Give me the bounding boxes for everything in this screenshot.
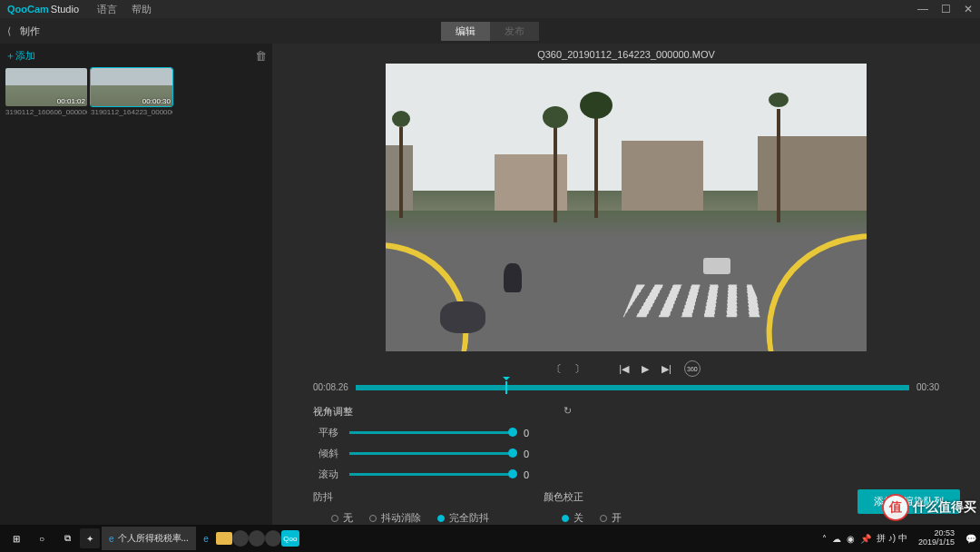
color-group: 颜色校正 关 开 bbox=[544, 490, 622, 525]
play-button[interactable]: ▶ bbox=[642, 363, 649, 375]
browser-tab[interactable]: e 个人所得税税率... bbox=[102, 527, 196, 550]
stab-full[interactable]: 完全防抖 bbox=[437, 511, 489, 525]
pan-slider[interactable] bbox=[349, 431, 513, 434]
trash-icon[interactable]: 🗑 bbox=[255, 49, 267, 63]
editor-panel: Q360_20190112_164223_000000.MOV 〔 〕 |◀ ▶… bbox=[272, 44, 980, 525]
thumbnail-label: 3190112_160606_000000.MOV bbox=[5, 108, 87, 116]
timeline-slider[interactable] bbox=[356, 385, 909, 390]
window-controls: — ☐ ✕ bbox=[917, 3, 973, 15]
watermark-text: 什么值得买 bbox=[913, 499, 976, 516]
color-off[interactable]: 关 bbox=[562, 511, 583, 525]
sidebar: ＋添加 🗑 00:01:02 3190112_160606_000000.MOV… bbox=[0, 44, 272, 525]
tray-chevron-icon[interactable]: ˄ bbox=[822, 534, 827, 544]
app-brand-sub: Studio bbox=[51, 4, 79, 15]
slider-knob[interactable] bbox=[508, 469, 517, 478]
stab-none[interactable]: 无 bbox=[331, 511, 353, 525]
tray-icon[interactable]: ☁ bbox=[832, 534, 841, 544]
adjust-panel: 视角调整 ↻ 平移 0 倾斜 0 滚动 0 防抖 bbox=[313, 405, 939, 525]
toolbar: ⟨ 制作 编辑 发布 bbox=[0, 18, 980, 44]
slider-label: 倾斜 bbox=[313, 447, 338, 460]
slider-value: 0 bbox=[524, 448, 542, 459]
thumbnail-image: 00:01:02 bbox=[5, 68, 87, 106]
taskview-icon[interactable]: ⧉ bbox=[54, 526, 80, 551]
maximize-button[interactable]: ☐ bbox=[941, 3, 951, 15]
tab-publish[interactable]: 发布 bbox=[490, 22, 539, 41]
options-row: 防抖 无 抖动消除 完全防抖 颜色校正 关 开 bbox=[313, 490, 939, 525]
slider-label: 滚动 bbox=[313, 468, 338, 481]
back-button[interactable]: ⟨ bbox=[7, 25, 11, 37]
roll-slider[interactable] bbox=[349, 473, 513, 476]
thumbnail-list: 00:01:02 3190112_160606_000000.MOV 00:00… bbox=[5, 68, 267, 116]
playback-controls: 〔 〕 |◀ ▶ ▶| 360 bbox=[552, 360, 701, 377]
system-tray: ˄ ☁ ◉ 📌 拼 ♪) 中 20:53 2019/1/15 💬 bbox=[822, 529, 976, 547]
close-button[interactable]: ✕ bbox=[964, 3, 973, 15]
next-frame-button[interactable]: ▶| bbox=[662, 363, 671, 375]
browser-tab-title: 个人所得税税率... bbox=[118, 532, 189, 545]
windows-taskbar: ⊞ ○ ⧉ ✦ e 个人所得税税率... e Qoo ˄ ☁ ◉ 📌 拼 ♪) … bbox=[0, 525, 980, 552]
thumbnail-image: 00:00:30 bbox=[91, 68, 172, 106]
top-menu: 语言 帮助 bbox=[97, 3, 152, 16]
stab-title: 防抖 bbox=[313, 490, 489, 504]
timeline-row: 00:08.26 00:30 bbox=[313, 382, 939, 392]
thumbnail-item[interactable]: 00:01:02 3190112_160606_000000.MOV bbox=[5, 68, 87, 116]
tray-pin-icon[interactable]: 📌 bbox=[860, 534, 871, 544]
thumbnail-duration: 00:00:30 bbox=[142, 97, 171, 105]
video-preview[interactable] bbox=[386, 64, 867, 351]
view-360-button[interactable]: 360 bbox=[684, 360, 701, 377]
slider-value: 0 bbox=[524, 469, 542, 480]
slider-roll: 滚动 0 bbox=[313, 468, 939, 481]
timeline-handle[interactable] bbox=[505, 381, 507, 394]
minimize-button[interactable]: — bbox=[917, 3, 928, 15]
main-area: ＋添加 🗑 00:01:02 3190112_160606_000000.MOV… bbox=[0, 44, 980, 525]
app-icon[interactable]: ✦ bbox=[80, 528, 100, 548]
tray-steam-icon[interactable]: ◉ bbox=[847, 534, 855, 544]
edge-icon[interactable]: e bbox=[196, 528, 216, 548]
taskbar-clock[interactable]: 20:53 2019/1/15 bbox=[918, 529, 955, 547]
clock-date: 2019/1/15 bbox=[918, 538, 955, 547]
color-on[interactable]: 开 bbox=[600, 511, 622, 525]
time-total: 00:30 bbox=[916, 382, 939, 392]
cortana-icon[interactable]: ○ bbox=[29, 526, 54, 551]
title-bar: QooCam Studio 语言 帮助 — ☐ ✕ bbox=[0, 0, 980, 18]
menu-language[interactable]: 语言 bbox=[97, 3, 117, 16]
stab-reduce[interactable]: 抖动消除 bbox=[369, 511, 421, 525]
prev-frame-button[interactable]: |◀ bbox=[619, 363, 629, 375]
start-button[interactable]: ⊞ bbox=[4, 526, 29, 551]
color-title: 颜色校正 bbox=[544, 490, 622, 504]
tilt-slider[interactable] bbox=[349, 452, 513, 455]
current-filename: Q360_20190112_164223_000000.MOV bbox=[537, 49, 715, 60]
thumbnail-item[interactable]: 00:00:30 3190112_164223_000000.MOV bbox=[91, 68, 172, 116]
stabilization-group: 防抖 无 抖动消除 完全防抖 bbox=[313, 490, 489, 525]
app-icon[interactable] bbox=[249, 530, 265, 547]
thumbnail-label: 3190112_164223_000000.MOV bbox=[91, 108, 172, 116]
explorer-icon[interactable] bbox=[216, 532, 232, 545]
mark-out-button[interactable]: 〕 bbox=[574, 362, 584, 376]
add-button[interactable]: ＋添加 bbox=[5, 49, 35, 63]
menu-help[interactable]: 帮助 bbox=[132, 3, 152, 16]
watermark-icon: 值 bbox=[882, 494, 909, 521]
sidebar-header: ＋添加 🗑 bbox=[5, 49, 267, 63]
thumbnail-duration: 00:01:02 bbox=[57, 97, 85, 105]
slider-pan: 平移 0 bbox=[313, 426, 939, 439]
adjust-title: 视角调整 bbox=[313, 405, 353, 419]
tray-ime-text[interactable]: 拼 ♪) 中 bbox=[877, 532, 907, 545]
tab-edit[interactable]: 编辑 bbox=[441, 22, 490, 41]
breadcrumb: 制作 bbox=[20, 25, 40, 38]
app-brand: QooCam bbox=[7, 4, 49, 15]
app-icon[interactable] bbox=[232, 530, 249, 547]
slider-value: 0 bbox=[524, 428, 542, 439]
qoocam-taskbar-icon[interactable]: Qoo bbox=[281, 530, 299, 547]
slider-label: 平移 bbox=[313, 426, 338, 439]
mode-tabs: 编辑 发布 bbox=[441, 22, 539, 41]
mark-in-button[interactable]: 〔 bbox=[552, 362, 562, 376]
watermark: 值 什么值得买 bbox=[882, 494, 976, 521]
slider-tilt: 倾斜 0 bbox=[313, 447, 939, 460]
slider-knob[interactable] bbox=[508, 448, 517, 458]
notification-icon[interactable]: 💬 bbox=[965, 534, 976, 544]
time-current: 00:08.26 bbox=[313, 382, 348, 392]
slider-knob[interactable] bbox=[508, 428, 517, 437]
app-icon[interactable] bbox=[265, 530, 281, 547]
reset-icon[interactable]: ↻ bbox=[564, 405, 572, 419]
